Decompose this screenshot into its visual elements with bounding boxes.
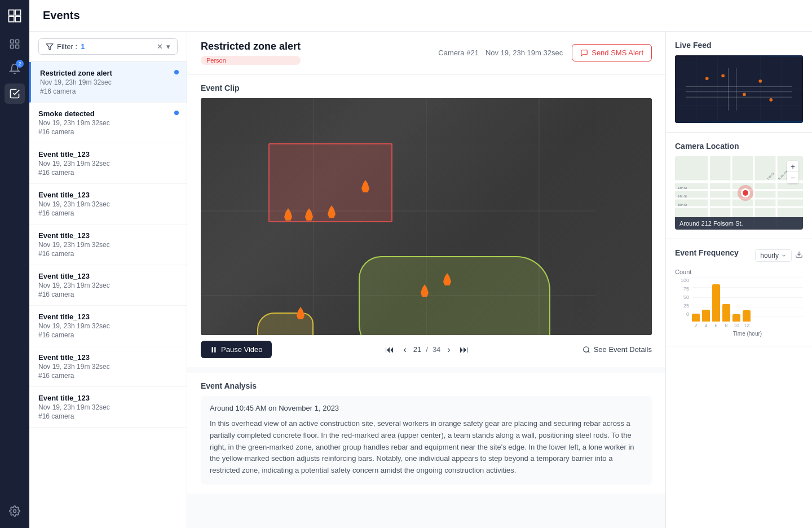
event-item-camera: #16 camera <box>38 412 178 420</box>
main-content: Events Filter : 1 ✕ ▾ <box>29 0 812 528</box>
zoom-out-button[interactable]: − <box>787 172 798 183</box>
event-list-item[interactable]: Event title_123 Nov 19, 23h 19m 32sec #1… <box>29 184 187 225</box>
filter-button[interactable]: Filter : 1 ✕ ▾ <box>38 38 178 55</box>
svg-rect-11 <box>212 347 213 352</box>
details-icon <box>582 346 590 354</box>
send-sms-label: Send SMS Alert <box>592 49 643 57</box>
map-pin <box>741 188 750 197</box>
chart-bar <box>712 284 720 322</box>
filter-expand-icon[interactable]: ▾ <box>166 42 170 51</box>
chart-bar-label: 12 <box>744 323 749 328</box>
event-item-title: Event title_123 <box>38 231 178 240</box>
see-details-label: See Event Details <box>594 345 652 354</box>
event-list-item[interactable]: Event title_123 Nov 19, 23h 19m 32sec #1… <box>29 225 187 265</box>
sidebar-item-settings[interactable] <box>5 501 25 521</box>
chart-bar <box>702 310 710 322</box>
analysis-text: In this overhead view of an active const… <box>210 418 643 477</box>
event-item-camera: #16 camera <box>38 250 178 258</box>
download-icon[interactable] <box>795 250 803 261</box>
event-list-item[interactable]: Event title_123 Nov 19, 23h 19m 32sec #1… <box>29 265 187 306</box>
chart-bar <box>692 314 700 322</box>
svg-text:15th St: 15th St <box>678 203 687 206</box>
chart-bar-label: 8 <box>725 323 727 328</box>
bar-chart: 100 75 50 25 0 2 4 6 8 <box>675 278 803 328</box>
svg-rect-3 <box>16 45 19 49</box>
events-scroll: Restricted zone alert Nov 19, 23h 19m 32… <box>29 62 187 528</box>
svg-marker-5 <box>46 43 53 50</box>
chart-bar-group: 2 <box>692 314 700 328</box>
total-frames: 34 <box>433 345 440 354</box>
event-list-item[interactable]: Event title_123 Nov 19, 23h 19m 32sec #1… <box>29 387 187 428</box>
svg-text:14th St: 14th St <box>678 195 687 198</box>
content-area: Filter : 1 ✕ ▾ Restricted zone alert Nov… <box>29 32 812 528</box>
zoom-in-button[interactable]: + <box>787 161 798 172</box>
video-section: Event Clip <box>187 74 665 367</box>
event-list-item[interactable]: Restricted zone alert Nov 19, 23h 19m 32… <box>29 62 187 103</box>
event-list-item[interactable]: Event title_123 Nov 19, 23h 19m 32sec #1… <box>29 346 187 387</box>
filter-clear-icon[interactable]: ✕ <box>157 42 163 51</box>
chart-bar <box>722 304 730 322</box>
frequency-select[interactable]: hourly <box>755 249 792 262</box>
construction-overlay <box>201 98 652 335</box>
chart-y-label: Count <box>675 269 803 275</box>
svg-rect-1 <box>16 40 19 43</box>
svg-point-27 <box>769 98 773 102</box>
event-item-camera: #16 camera <box>38 372 178 380</box>
svg-point-26 <box>758 80 762 83</box>
svg-point-23 <box>705 77 709 80</box>
event-item-title: Event title_123 <box>38 353 178 362</box>
svg-point-24 <box>721 74 725 78</box>
event-item-camera: #16 camera <box>38 128 178 136</box>
event-item-date: Nov 19, 23h 19m 32sec <box>38 119 178 127</box>
event-item-date: Nov 19, 23h 19m 32sec <box>38 363 178 371</box>
sidebar-item-events[interactable] <box>5 83 25 104</box>
event-item-camera: #16 camera <box>40 87 178 95</box>
event-item-title: Event title_123 <box>38 150 178 159</box>
chart-bar-group: 10 <box>732 314 740 328</box>
right-panel: Live Feed <box>665 32 812 528</box>
camera-location-section: Camera Location <box>666 133 812 239</box>
live-feed-image <box>675 55 803 123</box>
event-list-item[interactable]: Event title_123 Nov 19, 23h 19m 32sec #1… <box>29 143 187 184</box>
event-item-camera: #16 camera <box>38 209 178 217</box>
event-frequency-label: Event Frequency <box>675 248 739 257</box>
event-item-title: Event title_123 <box>38 394 178 402</box>
event-list-item[interactable]: Event title_123 Nov 19, 23h 19m 32sec #1… <box>29 306 187 346</box>
center-panel: Restricted zone alert Person Camera #21 … <box>187 32 665 528</box>
event-detail-title: Restricted zone alert <box>201 41 301 52</box>
svg-rect-0 <box>11 40 14 43</box>
pause-video-button[interactable]: Pause Video <box>201 341 272 358</box>
event-analysis-label: Event Analysis <box>201 381 652 390</box>
chevron-down-icon <box>781 253 787 258</box>
event-item-date: Nov 19, 23h 19m 32sec <box>38 160 178 168</box>
event-item-date: Nov 19, 23h 19m 32sec <box>38 241 178 249</box>
map-container[interactable]: 14th St S Van Ness Folsom St 13th St 14t… <box>675 156 803 230</box>
prev-frame-button[interactable]: ‹ <box>401 342 408 357</box>
send-sms-button[interactable]: Send SMS Alert <box>572 44 652 61</box>
event-item-camera: #16 camera <box>38 291 178 298</box>
sidebar-item-dashboard[interactable] <box>5 34 25 54</box>
event-item-date: Nov 19, 23h 19m 32sec <box>38 322 178 330</box>
filter-icon <box>46 43 54 51</box>
chart-bar-label: 2 <box>694 323 697 328</box>
next-frame-button[interactable]: › <box>445 342 452 357</box>
map-address-label: Around 212 Folsom St. <box>675 217 803 230</box>
sidebar-item-notifications[interactable]: 2 <box>5 59 25 79</box>
event-timestamp: Nov 19, 23h 19m 32sec <box>486 49 563 57</box>
pause-icon <box>210 346 218 354</box>
page-title: Events <box>43 9 798 22</box>
chart-bar-group: 6 <box>712 284 720 329</box>
video-controls: Pause Video ⏮ ‹ 21 / 34 › ⏭ <box>201 341 652 358</box>
notification-badge: 2 <box>16 60 24 68</box>
sidebar: 2 <box>0 0 29 528</box>
map-zoom-controls[interactable]: + − <box>787 161 798 183</box>
event-item-title: Restricted zone alert <box>40 69 178 77</box>
events-list-panel: Filter : 1 ✕ ▾ Restricted zone alert Nov… <box>29 32 187 528</box>
see-event-details-button[interactable]: See Event Details <box>582 345 652 354</box>
skip-start-button[interactable]: ⏮ <box>383 342 396 357</box>
chart-bar-label: 10 <box>734 323 739 328</box>
logo <box>6 7 24 25</box>
event-list-item[interactable]: Smoke detected Nov 19, 23h 19m 32sec #16… <box>29 103 187 143</box>
camera-location-label: Camera Location <box>675 142 803 151</box>
skip-end-button[interactable]: ⏭ <box>457 342 471 357</box>
